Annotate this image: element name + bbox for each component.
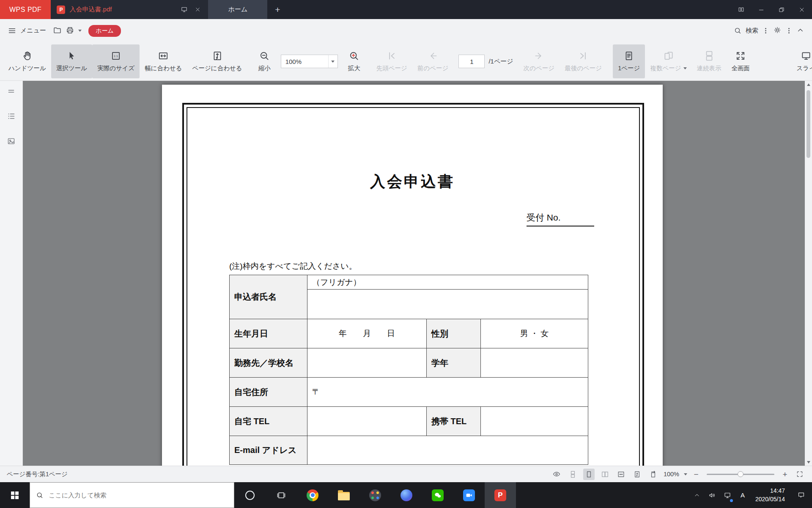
video-camera-icon [463,489,475,501]
last-page-icon [578,50,589,61]
thumbnail-panel-icon[interactable] [7,137,16,147]
home-ribbon-badge[interactable]: ホーム [88,25,121,37]
file-explorer-button[interactable] [328,482,359,508]
zoom-slider-knob[interactable] [738,471,743,477]
continuous-scroll-view-icon[interactable] [567,469,579,480]
single-page-view-button[interactable]: 1ページ [613,44,645,78]
zoom-level-value: 100% [281,58,328,65]
volume-icon[interactable] [705,482,720,508]
collapse-toolbar-icon[interactable] [796,26,804,36]
monitor-icon[interactable] [179,5,189,14]
scrollbar-thumb[interactable] [807,90,810,158]
zoom-level-select[interactable]: 100% [281,55,338,68]
address-label: 自宅住所 [230,378,307,407]
facing-pages-view-icon[interactable] [599,469,611,480]
clock-time: 14:47 [770,487,785,495]
restore-icon[interactable] [771,0,792,19]
windows-logo-icon [11,491,19,499]
kebab-menu-icon[interactable] [788,27,790,34]
paint-app-button[interactable] [359,482,391,508]
status-zoom-value[interactable]: 100% [664,471,679,478]
fit-page-icon [212,50,223,61]
zoom-in-button[interactable]: 拡大 [343,44,365,78]
close-window-icon[interactable] [792,0,812,19]
titlebar: WPS PDF P 入会申込書.pdf ホーム + [0,0,812,19]
zoom-out-minus-icon[interactable]: − [692,470,700,478]
prev-page-icon [428,50,439,61]
video-meeting-button[interactable] [453,482,485,508]
action-center-button[interactable] [790,482,812,508]
search-label: 検索 [746,27,758,35]
email-input-cell [307,436,588,465]
taskbar-search-input[interactable] [49,491,228,499]
rotate-page-icon[interactable] [647,469,659,480]
more-options-icon[interactable] [765,27,766,34]
first-page-button: 先頭ページ [371,44,412,78]
chevron-down-icon[interactable] [78,30,82,32]
cortana-icon [245,491,255,500]
minimize-icon[interactable] [751,0,771,19]
close-tab-icon[interactable] [193,5,202,14]
search-button[interactable]: 検索 [734,27,758,35]
zoom-out-button[interactable]: 縮小 [253,44,276,78]
zoom-in-plus-icon[interactable]: + [781,470,789,478]
page-number-input[interactable] [458,55,485,68]
select-tool-button[interactable]: 選択ツール [51,44,92,78]
fit-page-status-icon[interactable] [631,469,643,480]
home-tel-label: 自宅 TEL [230,407,307,436]
tray-chevron-up-icon[interactable] [689,482,705,508]
scroll-up-icon[interactable] [805,81,812,88]
hand-icon [22,50,33,61]
taskbar-search[interactable] [30,482,234,508]
system-tray: A 14:47 2020/05/14 [689,482,812,508]
app-logo[interactable]: WPS PDF [0,0,51,19]
fit-page-button[interactable]: ページに合わせる [187,44,247,78]
expand-fullscreen-icon[interactable] [794,469,805,480]
settings-gear-icon[interactable] [773,26,782,36]
print-icon[interactable] [66,26,74,36]
page-total-label: /1ページ [488,58,513,66]
document-tab[interactable]: P 入会申込書.pdf [51,0,208,19]
fit-width-status-icon[interactable] [615,469,627,480]
vertical-scrollbar[interactable] [805,81,812,466]
new-tab-button[interactable]: + [267,0,288,19]
eye-icon[interactable] [551,469,562,480]
slide-show-button[interactable]: スライ [791,44,812,78]
notification-dot [730,499,733,502]
actual-size-button[interactable]: 1:1 実際のサイズ [92,44,140,78]
hand-tool-button[interactable]: ハンドツール [3,44,51,78]
wechat-button[interactable] [422,482,453,508]
fit-width-button[interactable]: 幅に合わせる [140,44,187,78]
windows-taskbar: P A 14:47 2020/05/14 [0,482,812,508]
ime-indicator[interactable]: A [735,482,750,508]
scroll-down-icon[interactable] [805,458,812,466]
chevron-down-icon[interactable] [328,55,337,68]
birthdate-input-cell: 年 月 日 [307,319,427,348]
zoom-slider[interactable] [707,474,774,475]
chrome-taskbar-button[interactable] [297,482,328,508]
continuous-view-icon [704,50,715,61]
multi-page-view-button: 複数ページ [645,44,691,78]
single-page-view-icon[interactable] [583,469,595,480]
statusbar: ページ番号:第1ページ 100% [0,466,812,482]
outline-panel-icon[interactable] [7,112,16,122]
cortana-button[interactable] [234,482,266,508]
full-screen-button[interactable]: 全画面 [727,44,755,78]
panel-handle-icon[interactable] [7,87,16,97]
home-tab[interactable]: ホーム [208,0,267,19]
taskbar-clock[interactable]: 14:47 2020/05/14 [750,482,790,508]
start-button[interactable] [0,482,30,508]
colorful-app-button[interactable] [391,482,422,508]
wps-pdf-taskbar-button[interactable]: P [485,482,516,508]
menubar: メニュー ホーム 検索 [0,19,812,42]
chevron-down-icon[interactable] [684,473,687,475]
layout-toggle-icon[interactable] [731,0,751,19]
task-view-button[interactable] [266,482,297,508]
form-title: 入会申込書 [162,171,663,192]
gender-label: 性別 [427,319,481,348]
pc-manager-icon[interactable] [720,482,735,508]
menu-button[interactable]: メニュー [8,26,46,35]
open-file-icon[interactable] [53,26,62,36]
furigana-cell: （フリガナ） [307,275,588,290]
cursor-icon [66,50,77,61]
